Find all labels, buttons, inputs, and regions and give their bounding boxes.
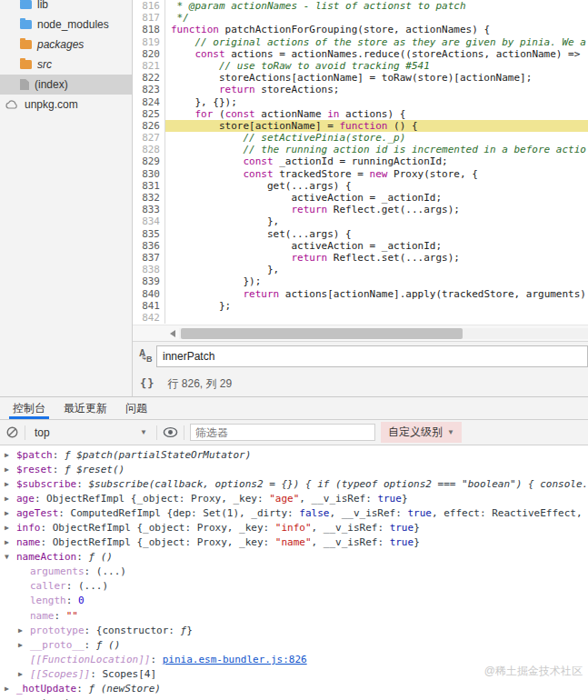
log-level-selector[interactable]: 自定义级别 ▼ [381, 422, 462, 443]
tree-item-packages[interactable]: packages [0, 35, 132, 55]
console-text: false [299, 507, 329, 519]
line-number[interactable]: 839 [133, 275, 165, 287]
line-number[interactable]: 835 [133, 228, 165, 240]
console-text: true [390, 536, 414, 548]
console-text: "name" [275, 536, 312, 548]
live-expression-eye-icon[interactable] [163, 425, 178, 439]
console-text: "" [66, 610, 78, 622]
context-selector[interactable]: top ▼ [31, 426, 151, 439]
expand-arrow-icon[interactable]: ▶ [5, 685, 16, 693]
log-level-label: 自定义级别 [388, 425, 443, 440]
console-text: : ObjectRefImpl {_object: Proxy, _key: [41, 522, 275, 534]
expand-arrow-icon[interactable]: ▶ [5, 509, 16, 517]
line-number[interactable]: 819 [133, 36, 165, 48]
scroll-left-arrow-icon[interactable] [170, 330, 175, 337]
line-number[interactable]: 832 [133, 192, 165, 204]
expand-arrow-icon[interactable]: ▶ [5, 524, 16, 532]
scrollbar-track[interactable] [179, 328, 588, 339]
console-filter-input[interactable] [190, 424, 375, 441]
chevron-down-icon: ▼ [140, 428, 147, 436]
line-number[interactable]: 818 [133, 24, 165, 35]
console-text: true [390, 522, 414, 534]
code-line-text: // setActivePinia(store._p) [165, 132, 588, 144]
line-number[interactable]: 822 [133, 72, 165, 84]
source-location-link[interactable]: pinia.esm-bundler.js:826 [163, 654, 307, 665]
line-number[interactable]: 821 [133, 60, 165, 72]
code-line-text: get(...args) { [165, 180, 588, 192]
console-text: : [66, 595, 78, 606]
expand-arrow-icon[interactable]: ▶ [5, 495, 16, 503]
toolbar-separator [184, 425, 184, 440]
line-number[interactable]: 828 [133, 144, 165, 155]
line-number[interactable]: 838 [133, 264, 165, 275]
line-number[interactable]: 826 [133, 120, 165, 132]
tree-item-node-modules[interactable]: node_modules [0, 15, 132, 35]
code-line-826: 826 store[actionName] = function () { [133, 120, 588, 132]
line-number[interactable]: 833 [133, 204, 165, 215]
line-number[interactable]: 834 [133, 215, 165, 227]
line-number[interactable]: 837 [133, 252, 165, 264]
toolbar-separator [25, 425, 25, 440]
code-area[interactable]: 816 * @param actionNames - list of actio… [133, 0, 588, 325]
line-number[interactable]: 831 [133, 180, 165, 192]
line-number[interactable]: 824 [133, 96, 165, 108]
code-line-text: const trackedStore = new Proxy(store, { [165, 168, 588, 180]
console-text: : [85, 639, 96, 651]
code-line-840: 840 return actions[actionName].apply(tra… [133, 288, 588, 300]
tab-最近更新[interactable]: 最近更新 [55, 397, 116, 419]
expand-arrow-icon[interactable]: ▶ [18, 670, 30, 678]
expand-arrow-icon[interactable]: ▶ [5, 538, 16, 546]
expand-arrow-icon[interactable]: ▶ [5, 465, 16, 474]
line-number[interactable]: 829 [133, 155, 165, 167]
console-text: , __v_isRef: [299, 493, 377, 505]
clear-console-icon[interactable] [5, 425, 19, 439]
console-row: ▶_p: (...) [0, 696, 588, 700]
tree-item--index-[interactable]: (index) [0, 75, 132, 95]
console-text: : ComputedRefImpl {dep: Set(1), _dirty: [58, 507, 299, 519]
expand-arrow-icon[interactable]: ▶ [5, 451, 16, 459]
horizontal-scrollbar[interactable] [133, 325, 588, 341]
code-line-text: activeAction = _actionId; [165, 192, 588, 204]
tree-item-unpkg-com[interactable]: unpkg.com [0, 95, 132, 115]
line-number[interactable]: 823 [133, 84, 165, 95]
tree-item-src[interactable]: src [0, 55, 132, 75]
code-line-text: return Reflect.get(...args); [165, 204, 588, 215]
line-number[interactable]: 825 [133, 108, 165, 120]
pretty-print-icon[interactable]: {} [140, 377, 154, 390]
tab-问题[interactable]: 问题 [116, 397, 156, 419]
editor-search-input[interactable] [156, 345, 588, 367]
console-text: , effect: ReactiveEffect, [432, 507, 583, 519]
collapse-arrow-icon[interactable]: ▼ [5, 553, 16, 561]
scrollbar-thumb[interactable] [181, 328, 463, 339]
tree-item-label: packages [37, 38, 84, 51]
expand-arrow-icon[interactable]: ▶ [18, 641, 30, 649]
console-text: ƒ [181, 625, 187, 636]
console-text: } [402, 493, 408, 505]
code-line-text: activeAction = _actionId; [165, 240, 588, 252]
line-number[interactable]: 840 [133, 288, 165, 300]
line-number[interactable]: 836 [133, 240, 165, 252]
code-line-836: 836 activeAction = _actionId; [133, 240, 588, 252]
code-line-text: return Reflect.set(...args); [165, 252, 588, 264]
line-number[interactable]: 842 [133, 312, 165, 324]
line-number[interactable]: 817 [133, 12, 165, 24]
tree-item-lib[interactable]: lib [0, 0, 132, 15]
line-number[interactable]: 820 [133, 48, 165, 60]
code-line-text: function patchActionForGrouping(store, a… [165, 24, 588, 35]
line-number[interactable]: 841 [133, 300, 165, 312]
expand-arrow-icon[interactable]: ▶ [5, 480, 16, 488]
console-text: ƒ () [96, 639, 121, 651]
line-number[interactable]: 827 [133, 132, 165, 144]
code-line-text: storeActions[actionName] = toRaw(store)[… [165, 72, 588, 84]
code-line-834: 834 }, [133, 215, 588, 227]
console-text: : [53, 449, 65, 461]
match-case-icon[interactable]: A ↳ B [138, 348, 156, 365]
line-number[interactable]: 830 [133, 168, 165, 180]
console-text: nameAction [16, 551, 76, 563]
tab-控制台[interactable]: 控制台 [4, 397, 55, 419]
console-text: , __v_isRef: [312, 522, 390, 534]
console-row: ▶_hotUpdate: ƒ (newStore) [0, 682, 588, 696]
code-line-text: // use toRaw to avoid tracking #541 [165, 60, 588, 72]
line-number[interactable]: 816 [133, 0, 165, 12]
expand-arrow-icon[interactable]: ▶ [18, 626, 30, 635]
